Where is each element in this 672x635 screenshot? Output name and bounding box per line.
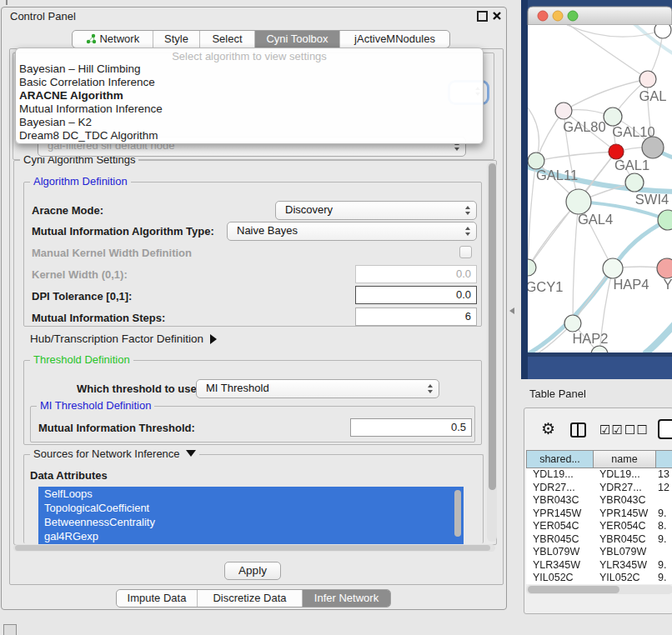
list-item-topologicalcoefficient[interactable]: TopologicalCoefficient xyxy=(38,501,464,515)
manual-kernel-checkbox[interactable] xyxy=(459,246,472,258)
node-hap4[interactable] xyxy=(603,258,623,278)
top-left-tick xyxy=(6,0,8,5)
popup-item-bayesian-hill[interactable]: Bayesian – Hill Climbing xyxy=(16,62,483,76)
popup-item-basic-correlation[interactable]: Basic Correlation Inference xyxy=(16,76,483,89)
minimized-panel-grip[interactable] xyxy=(3,624,17,635)
window-shadow xyxy=(528,352,672,357)
kernel-width-label: Kernel Width (0,1): xyxy=(32,268,128,281)
popup-item-mutual-information[interactable]: Mutual Information Inference xyxy=(16,102,483,116)
control-panel-tabbar: Network Style Select Cyni Toolbox jActiv… xyxy=(72,30,450,48)
select-all-icon[interactable]: ☑☑ xyxy=(599,422,624,438)
manual-kernel-label: Manual Kernel Width Definition xyxy=(32,247,192,259)
table-panel-title: Table Panel xyxy=(529,388,586,400)
table-row[interactable]: YIL052CYIL052C9. xyxy=(526,572,672,584)
which-threshold-value: MI Threshold xyxy=(206,380,269,397)
algorithm-definition-title: Algorithm Definition xyxy=(30,176,131,188)
column-header-name[interactable]: name xyxy=(593,450,656,468)
tab-impute-data[interactable]: Impute Data xyxy=(117,590,197,607)
tab-label: Network xyxy=(99,32,139,45)
network-graph-icon xyxy=(86,33,97,44)
aracne-mode-value: Discovery xyxy=(285,202,333,218)
mi-steps-field[interactable]: 6 xyxy=(355,308,477,326)
minimize-traffic-light[interactable] xyxy=(553,11,563,21)
mi-type-combobox[interactable]: Naive Bayes xyxy=(227,222,477,241)
sources-group-title[interactable]: Sources for Network Inference xyxy=(30,448,199,460)
which-threshold-combobox[interactable]: MI Threshold xyxy=(196,379,439,398)
table-panel-frame: ⚙ ☑☑ ☐☐ shared... name YDL19...YDL19...1… xyxy=(524,408,672,614)
cyni-bottom-tabbar: Impute Data Discretize Data Infer Networ… xyxy=(116,589,391,608)
label-gal80: GAL80 xyxy=(563,119,605,134)
tab-jactivemnodules[interactable]: jActiveMNodules xyxy=(339,31,449,48)
table-row[interactable]: YLR345WYLR345W9. xyxy=(526,559,672,572)
hub-definition-expander[interactable]: Hub/Transcription Factor Definition xyxy=(30,332,217,345)
tab-cyni-toolbox[interactable]: Cyni Toolbox xyxy=(254,31,339,48)
popup-item-dream8[interactable]: Dream8 DC_TDC Algorithm xyxy=(16,129,483,142)
dpi-tolerance-field[interactable]: 0.0 xyxy=(355,286,477,304)
settings-horizontal-scrollbar[interactable] xyxy=(13,544,495,552)
table-row[interactable]: YDL19...YDL19...13 xyxy=(526,468,672,482)
deselect-all-icon[interactable]: ☐☐ xyxy=(624,422,649,438)
node-gal11[interactable] xyxy=(528,152,544,169)
settings-vertical-scrollbar[interactable] xyxy=(487,162,497,542)
node-gray[interactable] xyxy=(642,137,664,158)
table-horizontal-scrollbar[interactable] xyxy=(526,585,672,594)
table-row[interactable]: YBL079WYBL079W xyxy=(526,546,672,559)
gear-icon[interactable]: ⚙ xyxy=(541,419,555,438)
node-gal4[interactable] xyxy=(566,189,591,214)
application-canvas: Control Panel Network Style Select Cyni … xyxy=(0,0,672,635)
dpi-tolerance-label: DPI Tolerance [0,1]: xyxy=(32,290,132,302)
node-hap2[interactable] xyxy=(564,315,581,332)
label-gal11: GAL11 xyxy=(536,168,578,182)
mi-type-value: Naive Bayes xyxy=(237,222,298,239)
node-gal80[interactable] xyxy=(555,102,572,119)
zoom-traffic-light[interactable] xyxy=(568,11,578,21)
mi-type-label: Mutual Information Algorithm Type: xyxy=(32,225,214,238)
network-window-titlebar[interactable] xyxy=(528,7,672,25)
which-threshold-label: Which threshold to use: xyxy=(77,382,200,395)
tab-network[interactable]: Network xyxy=(73,31,153,48)
mi-threshold-field[interactable]: 0.5 xyxy=(350,418,472,437)
column-header-shared-name[interactable]: shared... xyxy=(526,450,594,468)
function-builder-icon[interactable] xyxy=(658,419,672,439)
list-item-betweennesscentrality[interactable]: BetweennessCentrality xyxy=(38,515,464,529)
mi-threshold-group-title: MI Threshold Definition xyxy=(37,400,154,412)
label-gal-top: GAL xyxy=(639,88,666,103)
apply-button[interactable]: Apply xyxy=(224,562,281,580)
close-traffic-light[interactable] xyxy=(538,11,548,21)
network-view: GAL GAL80 GAL10 GAL1 GAL11 SWI4 GAL4 GCY… xyxy=(521,0,672,379)
table-row[interactable]: YBR045CYBR045C9. xyxy=(526,533,672,547)
column-header-extra[interactable] xyxy=(655,450,672,468)
aracne-mode-label: Aracne Mode: xyxy=(32,204,103,217)
label-gcy1: GCY1 xyxy=(526,279,564,294)
tab-style[interactable]: Style xyxy=(153,31,199,48)
label-y: Y xyxy=(663,277,672,292)
label-gal1: GAL1 xyxy=(614,158,649,172)
aracne-mode-combobox[interactable]: Discovery xyxy=(275,201,477,220)
expander-collapsed-icon xyxy=(210,334,217,344)
sources-title-label: Sources for Network Inference xyxy=(33,448,180,460)
tab-discretize-data[interactable]: Discretize Data xyxy=(197,590,302,607)
float-window-icon[interactable] xyxy=(477,11,488,22)
kernel-width-field[interactable]: 0.0 xyxy=(355,265,477,283)
table-row[interactable]: YER054CYER054C8. xyxy=(526,520,672,533)
list-item-gal4rgexp[interactable]: gal4RGexp xyxy=(38,529,464,543)
splitter-collapse-icon[interactable] xyxy=(509,308,514,314)
table-row[interactable]: YBR043CYBR043C xyxy=(526,494,672,508)
list-scrollbar-thumb[interactable] xyxy=(454,490,461,537)
expander-expanded-icon xyxy=(186,450,196,457)
node-gal-top[interactable] xyxy=(639,71,656,88)
label-hap2: HAP2 xyxy=(572,331,608,346)
node-swi4[interactable] xyxy=(625,173,644,192)
node-salmon[interactable] xyxy=(657,258,672,278)
close-panel-icon[interactable] xyxy=(492,11,502,21)
node-gal10[interactable] xyxy=(604,108,622,126)
table-row[interactable]: YDR27...YDR27...12 xyxy=(526,482,672,495)
list-item-selfloops[interactable]: SelfLoops xyxy=(38,487,464,501)
tab-infer-network[interactable]: Infer Network xyxy=(302,590,390,607)
tab-select[interactable]: Select xyxy=(199,31,254,48)
popup-item-bayesian-k2[interactable]: Bayesian – K2 xyxy=(16,116,483,129)
split-columns-icon[interactable] xyxy=(570,422,586,438)
panel-title: Control Panel xyxy=(10,10,76,22)
popup-item-aracne[interactable]: ARACNE Algorithm xyxy=(16,89,483,102)
table-row[interactable]: YPR145WYPR145W9. xyxy=(526,508,672,521)
